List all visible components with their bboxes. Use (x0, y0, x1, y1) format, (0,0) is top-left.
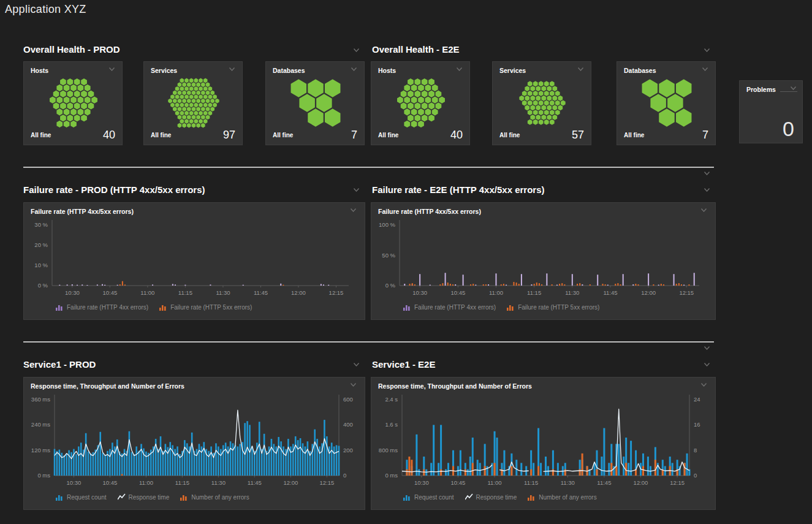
chart-legend: Request countResponse timeNumber of any … (56, 493, 249, 501)
svg-text:200: 200 (343, 447, 353, 454)
chevron-down-icon[interactable] (704, 362, 710, 367)
svg-text:0 %: 0 % (385, 282, 396, 289)
svg-text:1.6 s: 1.6 s (385, 421, 398, 428)
health-tile-prod-services[interactable]: ServicesAll fine97 (143, 61, 243, 145)
chevron-down-icon[interactable] (704, 171, 710, 176)
svg-text:11:45: 11:45 (597, 479, 611, 486)
legend-item[interactable]: Response time (118, 493, 170, 501)
count-text: 97 (223, 129, 235, 142)
chevron-down-icon[interactable] (704, 188, 710, 192)
legend-label: Failure rate (HTTP 5xx errors) (518, 304, 599, 311)
svg-text:0 %: 0 % (38, 282, 48, 289)
health-tile-e2e-hosts[interactable]: HostsAll fine40 (371, 61, 470, 145)
legend-item[interactable]: Request count (403, 493, 454, 501)
problems-tile[interactable]: Problems0 (739, 80, 803, 143)
chevron-down-icon[interactable] (353, 48, 360, 53)
legend-item[interactable]: Response time (465, 493, 517, 501)
chevron-down-icon[interactable] (353, 362, 360, 367)
problems-underline (780, 91, 797, 92)
svg-text:600: 600 (343, 396, 353, 403)
legend-label: Failure rate (HTTP 4xx errors) (67, 304, 148, 311)
svg-text:12:15: 12:15 (679, 289, 694, 296)
chevron-down-icon[interactable] (704, 48, 710, 53)
chart-tile-service1-prod[interactable]: Response time, Throughput and Number of … (23, 377, 365, 510)
tile-title: Hosts (31, 67, 48, 74)
section-header-health-prod: Overall Health - PROD (23, 44, 120, 55)
health-tile-prod-databases[interactable]: DatabasesAll fine7 (265, 61, 365, 145)
status-text: All fine (31, 132, 51, 139)
svg-text:11:30: 11:30 (216, 289, 230, 296)
hexagon-cluster (271, 78, 360, 128)
bars-legend-icon (56, 303, 64, 311)
legend-item[interactable]: Failure rate (HTTP 4xx errors) (56, 303, 148, 311)
chart-plot-service1-prod[interactable]: 0 ms120 ms240 ms360 ms020040060010:3010:… (24, 378, 365, 509)
svg-text:2.4 s: 2.4 s (385, 396, 398, 403)
legend-item[interactable]: Failure rate (HTTP 4xx errors) (403, 303, 496, 311)
section-header-failure-e2e: Failure rate - E2E (HTTP 4xx/5xx errors) (372, 184, 545, 195)
svg-text:360 ms: 360 ms (31, 396, 50, 403)
chevron-down-icon[interactable] (577, 67, 584, 72)
chevron-down-icon[interactable] (351, 67, 357, 72)
health-tile-prod-hosts[interactable]: HostsAll fine40 (23, 61, 123, 145)
health-tile-e2e-databases[interactable]: DatabasesAll fine7 (617, 61, 716, 145)
chevron-down-icon[interactable] (229, 67, 235, 72)
chevron-down-icon[interactable] (108, 67, 115, 72)
svg-text:10:45: 10:45 (102, 289, 117, 296)
tile-title: Services (499, 67, 526, 74)
svg-text:10:30: 10:30 (65, 289, 80, 296)
count-text: 7 (702, 129, 708, 142)
legend-item[interactable]: Request count (56, 493, 107, 501)
svg-text:10:45: 10:45 (103, 479, 118, 486)
svg-text:16: 16 (694, 421, 700, 428)
section-header-service-e2e: Service1 - E2E (372, 359, 435, 370)
chart-plot-failure-prod[interactable]: 0 %10 %20 %30 %10:3010:4511:0011:1511:30… (24, 203, 365, 319)
line-legend-icon (118, 493, 126, 501)
svg-text:10:30: 10:30 (67, 479, 82, 486)
legend-label: Response time (129, 494, 170, 501)
legend-item[interactable]: Failure rate (HTTP 5xx errors) (159, 303, 252, 311)
svg-text:400: 400 (343, 421, 353, 428)
chevron-down-icon[interactable] (456, 67, 463, 72)
svg-text:11:00: 11:00 (139, 479, 153, 486)
bars-legend-icon (403, 303, 411, 311)
svg-text:11:15: 11:15 (178, 289, 192, 296)
health-tile-e2e-services[interactable]: ServicesAll fine57 (492, 61, 591, 145)
section-divider (23, 341, 714, 343)
svg-text:240 ms: 240 ms (31, 421, 50, 428)
svg-text:0 ms: 0 ms (385, 472, 398, 479)
chart-tile-service1-e2e[interactable]: Response time, Throughput and Number of … (371, 377, 716, 510)
bars-legend-icon (180, 493, 188, 501)
tile-title: Services (151, 67, 177, 74)
legend-item[interactable]: Number of any errors (180, 493, 249, 501)
svg-text:10:30: 10:30 (412, 289, 427, 296)
chevron-down-icon[interactable] (702, 67, 708, 72)
svg-text:120 ms: 120 ms (31, 447, 50, 454)
problems-count: 0 (783, 117, 794, 141)
bars-legend-icon (528, 493, 536, 501)
chevron-down-icon[interactable] (790, 86, 797, 91)
svg-text:30 %: 30 % (34, 221, 48, 228)
svg-text:11:30: 11:30 (565, 289, 579, 296)
chevron-down-icon[interactable] (704, 346, 710, 351)
svg-text:24: 24 (694, 396, 700, 403)
bars-legend-icon (507, 303, 515, 311)
svg-text:11:30: 11:30 (561, 479, 575, 486)
chart-legend: Failure rate (HTTP 4xx errors)Failure ra… (56, 303, 252, 311)
svg-text:12:00: 12:00 (283, 479, 298, 486)
svg-text:11:00: 11:00 (140, 289, 154, 296)
status-text: All fine (624, 132, 644, 139)
tile-title: Databases (624, 67, 656, 74)
chart-legend: Request countResponse timeNumber of any … (403, 493, 597, 501)
legend-item[interactable]: Number of any errors (528, 493, 596, 501)
legend-item[interactable]: Failure rate (HTTP 5xx errors) (507, 303, 599, 311)
count-text: 57 (572, 129, 584, 142)
tile-title: Problems (746, 86, 776, 93)
legend-label: Response time (476, 494, 517, 501)
chevron-down-icon[interactable] (353, 188, 360, 192)
chart-plot-service1-e2e[interactable]: 0 ms800 ms1.6 s2.4 s08162410:3010:4511:0… (371, 378, 715, 509)
svg-text:0 ms: 0 ms (37, 472, 50, 479)
chart-tile-failure-prod[interactable]: Failure rate (HTTP 4xx/5xx errors)0 %10 … (23, 202, 365, 320)
chart-plot-failure-e2e[interactable]: 0 %50 %100 %10:3010:4511:0011:1511:3011:… (371, 203, 715, 319)
chart-tile-failure-e2e[interactable]: Failure rate (HTTP 4xx/5xx errors)0 %50 … (371, 202, 716, 320)
svg-text:12:15: 12:15 (670, 479, 685, 486)
